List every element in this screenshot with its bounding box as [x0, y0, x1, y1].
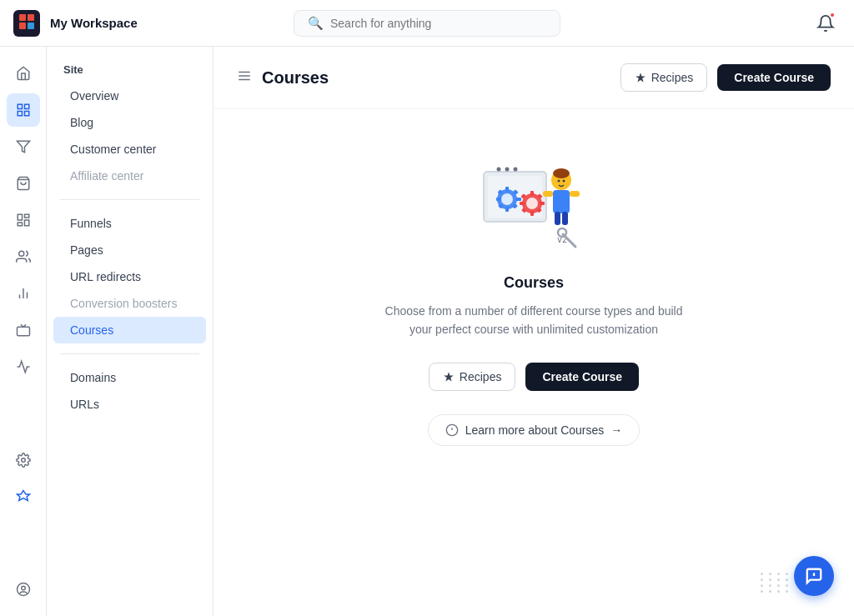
svg-point-48 [553, 168, 570, 178]
search-input[interactable] [330, 17, 546, 30]
svg-point-14 [18, 251, 23, 256]
svg-rect-30 [505, 207, 509, 212]
svg-point-58 [514, 168, 518, 172]
nav-growth[interactable] [7, 350, 40, 383]
svg-point-49 [558, 180, 560, 183]
svg-rect-13 [18, 223, 22, 226]
svg-rect-7 [24, 112, 28, 116]
learn-more-button[interactable]: Learn more about Courses → [428, 414, 640, 446]
course-illustration: v2 [475, 159, 592, 251]
sidebar-item-funnels[interactable]: Funnels [53, 210, 206, 237]
nav-filter[interactable] [7, 130, 40, 163]
support-button[interactable] [794, 556, 834, 596]
learn-more-text: Learn more about Courses [465, 423, 605, 437]
sidebar-item-overview[interactable]: Overview [53, 83, 206, 109]
svg-rect-18 [17, 327, 29, 336]
svg-rect-55 [562, 212, 568, 225]
sidebar-item-pages[interactable]: Pages [53, 237, 206, 263]
sidebar: Site Overview Blog Customer center Affil… [47, 47, 214, 616]
nav-account[interactable] [7, 573, 40, 606]
topbar: My Workspace 🔍 [0, 0, 854, 47]
nav-dashboard[interactable] [7, 203, 40, 237]
notification-bell[interactable] [811, 8, 841, 38]
logo-text [18, 13, 35, 33]
svg-marker-8 [17, 141, 29, 153]
svg-point-57 [505, 168, 510, 172]
svg-rect-29 [505, 187, 509, 192]
nav-ai[interactable] [7, 480, 40, 513]
svg-rect-5 [24, 104, 28, 108]
svg-rect-3 [28, 23, 34, 29]
svg-rect-6 [18, 112, 22, 116]
svg-point-28 [501, 193, 513, 205]
decorative-dots [761, 573, 791, 593]
app-logo [13, 10, 40, 37]
empty-state-title: Courses [504, 274, 564, 292]
empty-state: v2 Courses Choose from a number of diffe… [214, 109, 854, 496]
content-area: Courses Recipes Create Course [214, 47, 854, 616]
recipes-button-empty[interactable]: Recipes [429, 363, 516, 391]
svg-rect-0 [19, 14, 26, 21]
nav-site[interactable] [7, 93, 40, 127]
svg-rect-31 [496, 198, 501, 201]
svg-rect-2 [19, 23, 26, 29]
workspace-name: My Workspace [50, 16, 138, 30]
svg-point-21 [21, 586, 25, 590]
svg-rect-42 [540, 202, 545, 205]
create-course-button-empty[interactable]: Create Course [525, 363, 639, 391]
page-title: Courses [262, 68, 610, 88]
svg-rect-51 [553, 190, 570, 213]
search-bar[interactable]: 🔍 [294, 10, 560, 37]
sidebar-item-courses[interactable]: Courses [53, 317, 206, 343]
nav-analytics[interactable] [7, 277, 40, 310]
sidebar-item-customer-center[interactable]: Customer center [53, 136, 206, 163]
svg-rect-10 [18, 214, 22, 220]
svg-point-56 [497, 168, 501, 172]
sidebar-item-domains[interactable]: Domains [53, 364, 206, 391]
learn-more-arrow: → [610, 423, 622, 437]
empty-state-actions: Recipes Create Course [429, 363, 639, 391]
svg-rect-4 [18, 104, 22, 108]
sidebar-divider-1 [60, 199, 199, 200]
svg-rect-1 [28, 14, 34, 21]
menu-icon[interactable] [237, 68, 252, 88]
svg-rect-40 [530, 211, 534, 216]
svg-rect-54 [555, 212, 560, 225]
content-header: Courses Recipes Create Course [214, 47, 854, 109]
search-icon: 🔍 [308, 16, 324, 31]
svg-point-38 [526, 198, 538, 209]
main-layout: Site Overview Blog Customer center Affil… [0, 47, 854, 616]
icon-nav [0, 47, 47, 616]
sidebar-divider-2 [60, 353, 199, 354]
svg-rect-53 [570, 191, 580, 197]
svg-rect-41 [520, 202, 525, 205]
svg-rect-11 [24, 214, 28, 218]
nav-home[interactable] [7, 57, 40, 90]
nav-shop[interactable] [7, 167, 40, 200]
svg-rect-39 [530, 191, 534, 196]
empty-state-desc: Choose from a number of different course… [384, 302, 684, 339]
nav-settings[interactable] [7, 443, 40, 477]
sidebar-item-affiliate-center: Affiliate center [53, 163, 206, 189]
sidebar-item-conversion-boosters: Conversion boosters [53, 290, 206, 317]
svg-rect-32 [516, 198, 521, 201]
create-course-button-header[interactable]: Create Course [717, 64, 831, 91]
sidebar-item-blog[interactable]: Blog [53, 109, 206, 136]
notification-dot [829, 12, 836, 18]
nav-contacts[interactable] [7, 240, 40, 273]
recipes-button-header[interactable]: Recipes [620, 63, 708, 92]
nav-integrations[interactable] [7, 313, 40, 347]
svg-point-19 [21, 458, 25, 462]
svg-rect-52 [543, 191, 553, 197]
sidebar-section-site: Site [47, 60, 213, 83]
sidebar-item-urls[interactable]: URLs [53, 391, 206, 418]
svg-rect-12 [24, 220, 28, 226]
sidebar-item-url-redirects[interactable]: URL redirects [53, 263, 206, 290]
svg-point-50 [563, 180, 565, 183]
